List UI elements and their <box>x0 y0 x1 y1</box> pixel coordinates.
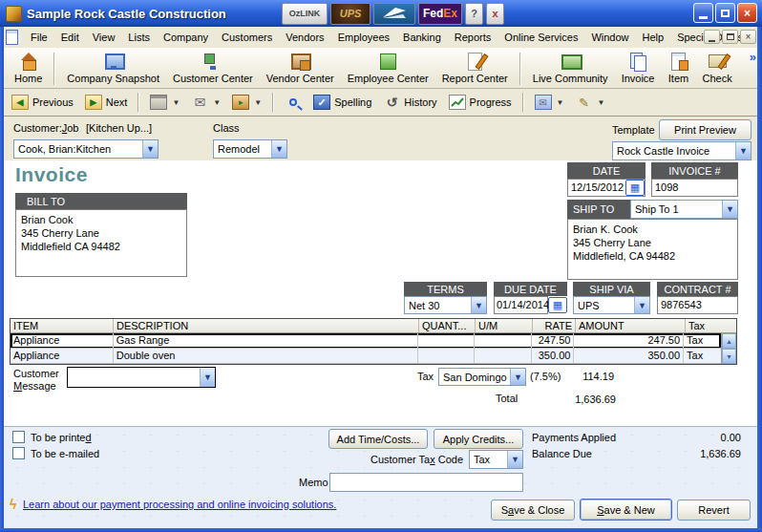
save-new-button[interactable]: Save & New <box>580 499 672 521</box>
class-combo[interactable]: Remodel ▼ <box>213 139 287 159</box>
menu-lists[interactable]: Lists <box>121 29 157 46</box>
menu-edit[interactable]: Edit <box>54 29 86 46</box>
toolbar-overflow-chevron[interactable]: » <box>750 50 756 64</box>
date-calendar-button[interactable]: ▦ <box>625 180 645 196</box>
progress-button[interactable]: Progress <box>445 93 516 112</box>
chevron-down-icon[interactable]: ▼ <box>510 369 525 385</box>
menu-window[interactable]: Window <box>584 29 635 46</box>
chevron-down-icon[interactable]: ▼ <box>507 451 522 468</box>
table-row[interactable]: Appliance Double oven 350.00 350.00 Tax <box>11 349 721 364</box>
memo-input[interactable] <box>329 473 523 492</box>
mdi-close-button[interactable]: × <box>740 30 756 44</box>
email-button[interactable]: ✉ ▼ <box>187 93 224 112</box>
maximize-button[interactable] <box>715 3 735 23</box>
add-time-costs-button[interactable]: Add Time/Costs... <box>328 429 428 449</box>
print-preview-button[interactable]: Print Preview <box>659 119 751 140</box>
mdi-minimize-button[interactable] <box>704 30 720 44</box>
nav-item[interactable]: Item <box>661 51 695 85</box>
customer-message-combo[interactable]: ▼ <box>67 367 216 388</box>
menu-employees[interactable]: Employees <box>331 29 396 46</box>
menu-banking[interactable]: Banking <box>396 29 448 46</box>
plugin-close-button[interactable]: x <box>486 3 504 25</box>
table-scrollbar[interactable]: ▲ ▼ <box>721 333 736 364</box>
customer-job-combo[interactable]: Cook, Brian:Kitchen ▼ <box>13 139 159 159</box>
customer-tax-code-combo[interactable]: Tax ▼ <box>469 450 523 469</box>
customer-job-hint: [Kitchen Up...] <box>86 122 152 134</box>
ship-to-address[interactable]: Brian K. Cook 345 Cherry Lane Middlefiel… <box>567 219 738 280</box>
memo-label: Memo <box>299 477 328 488</box>
menu-file[interactable]: File <box>24 29 54 46</box>
attach-button[interactable]: ▸ ▼ <box>228 93 265 112</box>
nav-report-center[interactable]: Report Center <box>435 51 515 85</box>
invoice-no-field[interactable]: 1098 <box>651 179 738 197</box>
due-date-field[interactable]: 01/14/2014 <box>494 296 548 314</box>
tax-label: Tax <box>417 371 434 382</box>
chevron-down-icon[interactable]: ▼ <box>271 140 286 158</box>
chevron-down-icon[interactable]: ▼ <box>142 140 158 158</box>
minimize-button[interactable] <box>693 3 713 23</box>
find-button[interactable] <box>281 93 306 112</box>
company-snapshot-icon <box>103 52 124 71</box>
scroll-down-icon[interactable]: ▼ <box>722 349 736 364</box>
previous-icon: ◀ <box>11 95 29 110</box>
menu-customers[interactable]: Customers <box>215 29 279 46</box>
save-close-button[interactable]: Save & Close <box>491 500 575 521</box>
ship-to-combo[interactable]: Ship To 1 ▼ <box>630 200 738 219</box>
fedex-badge[interactable]: FedEx <box>418 3 462 25</box>
line-items-table: ITEM DESCRIPTION QUANT... U/M RATE AMOUN… <box>10 318 737 365</box>
chevron-down-icon[interactable]: ▼ <box>557 98 564 107</box>
bill-to-address[interactable]: Brian Cook 345 Cherry Lane Middlefield C… <box>15 209 187 277</box>
spelling-button[interactable]: ✓ Spelling <box>309 93 375 112</box>
next-button[interactable]: ▶ Next <box>81 93 132 112</box>
chevron-down-icon[interactable]: ▼ <box>634 297 649 313</box>
menu-online-services[interactable]: Online Services <box>497 29 584 46</box>
nav-home[interactable]: Home <box>8 51 49 85</box>
customize-button[interactable]: ✎ ▼ <box>572 93 609 112</box>
menu-vendors[interactable]: Vendors <box>279 29 330 46</box>
ozlink-badge[interactable]: OzLINK <box>282 3 328 25</box>
nav-company-snapshot[interactable]: Company Snapshot <box>60 51 166 85</box>
apply-credits-button[interactable]: Apply Credits... <box>434 429 523 449</box>
chevron-down-icon[interactable]: ▼ <box>722 201 737 218</box>
nav-customer-center[interactable]: Customer Center <box>166 51 260 85</box>
chevron-down-icon[interactable]: ▼ <box>471 297 486 313</box>
nav-employee-center[interactable]: Employee Center <box>341 51 435 85</box>
chevron-down-icon[interactable]: ▼ <box>200 368 215 387</box>
letters-icon: ✉ <box>535 95 552 110</box>
mdi-restore-button[interactable] <box>722 30 738 44</box>
menu-help[interactable]: Help <box>636 29 671 46</box>
nav-invoice[interactable]: Invoice <box>615 51 662 85</box>
menu-reports[interactable]: Reports <box>448 29 498 46</box>
usps-badge[interactable] <box>373 3 415 25</box>
scroll-up-icon[interactable]: ▲ <box>722 333 736 349</box>
payment-solutions-link[interactable]: Learn about our payment processing and o… <box>23 499 336 510</box>
contract-field[interactable]: 9876543 <box>657 296 738 314</box>
nav-check[interactable]: Check <box>695 51 738 85</box>
due-date-calendar-button[interactable]: ▦ <box>548 297 567 313</box>
template-combo[interactable]: Rock Castle Invoice ▼ <box>612 141 751 160</box>
revert-button[interactable]: Revert <box>677 500 751 521</box>
menu-company[interactable]: Company <box>157 29 215 46</box>
chevron-down-icon[interactable]: ▼ <box>735 142 751 160</box>
ship-via-combo[interactable]: UPS ▼ <box>573 296 650 314</box>
nav-live-community[interactable]: Live Community <box>526 51 615 85</box>
nav-vendor-center[interactable]: Vendor Center <box>260 51 341 85</box>
chevron-down-icon[interactable]: ▼ <box>213 98 221 107</box>
menu-view[interactable]: View <box>86 29 122 46</box>
chevron-down-icon[interactable]: ▼ <box>598 98 605 107</box>
to-be-printed-checkbox[interactable] <box>12 431 25 443</box>
print-button[interactable]: ▼ <box>146 93 183 112</box>
plugin-help-button[interactable]: ? <box>465 3 483 25</box>
close-button[interactable]: × <box>737 3 757 23</box>
chevron-down-icon[interactable]: ▼ <box>254 98 262 107</box>
terms-combo[interactable]: Net 30 ▼ <box>404 296 487 314</box>
letters-button[interactable]: ✉ ▼ <box>531 93 568 112</box>
table-row[interactable]: Appliance Gas Range 247.50 247.50 Tax <box>11 333 721 349</box>
item-icon <box>667 52 688 71</box>
tax-combo[interactable]: San Domingo ▼ <box>438 368 526 386</box>
previous-button[interactable]: ◀ Previous <box>8 93 77 112</box>
chevron-down-icon[interactable]: ▼ <box>172 98 180 107</box>
ups-badge[interactable]: UPS <box>330 3 370 25</box>
history-button[interactable]: ↺ History <box>379 93 440 112</box>
to-be-emailed-checkbox[interactable] <box>12 447 25 459</box>
